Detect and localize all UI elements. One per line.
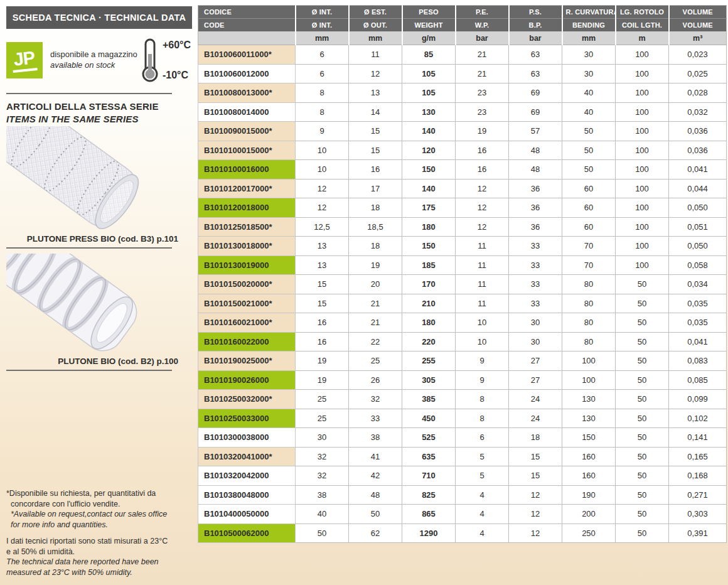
table-row: B1010160021000*1621180103080500,035 bbox=[198, 313, 727, 333]
cell-peso: 255 bbox=[402, 352, 456, 371]
cell-o-int: 32 bbox=[296, 466, 349, 486]
footnotes: *Disponibile su richiesta, per quantitat… bbox=[6, 482, 168, 577]
header-o-est: Ø OUT. bbox=[349, 19, 402, 32]
cell-peso: 130 bbox=[402, 102, 456, 122]
cell-o-int: 10 bbox=[296, 141, 349, 160]
code-cell: B1010400050000 bbox=[198, 505, 296, 524]
code-cell: B1010125018500* bbox=[198, 217, 296, 237]
cell-pe: 8 bbox=[456, 409, 509, 428]
stock-availability-text: disponibile a magazzino available on sto… bbox=[50, 50, 141, 71]
header-codice: CODICE bbox=[198, 6, 296, 19]
unit-codice bbox=[198, 31, 296, 45]
code-cell: B1010320042000 bbox=[198, 466, 296, 486]
header-pe: P.E. bbox=[456, 6, 509, 19]
cell-peso: 1290 bbox=[402, 523, 456, 543]
cell-o-est: 41 bbox=[349, 447, 402, 466]
cell-lg-rotolo: 50 bbox=[616, 505, 669, 524]
cell-ps: 12 bbox=[509, 523, 562, 543]
cell-peso: 185 bbox=[402, 255, 456, 275]
cell-peso: 525 bbox=[402, 428, 456, 448]
cell-ps: 36 bbox=[509, 217, 562, 237]
cell-pe: 4 bbox=[456, 523, 509, 543]
cell-peso: 85 bbox=[402, 45, 456, 65]
table-row: B10103800480003848825412190500,271 bbox=[198, 485, 727, 505]
cell-o-int: 25 bbox=[296, 409, 349, 428]
cell-ps: 15 bbox=[509, 466, 562, 486]
cell-volume: 0,168 bbox=[669, 466, 727, 486]
cell-pe: 11 bbox=[456, 275, 509, 294]
cell-r-curvatura: 130 bbox=[562, 409, 616, 428]
cell-o-int: 6 bbox=[296, 64, 349, 83]
cell-pe: 12 bbox=[456, 198, 509, 218]
cell-lg-rotolo: 100 bbox=[616, 198, 669, 218]
divider bbox=[6, 93, 172, 94]
cell-r-curvatura: 50 bbox=[562, 160, 616, 180]
cell-volume: 0,041 bbox=[669, 332, 727, 352]
header-peso: WEIGHT bbox=[402, 19, 456, 32]
header-lg-rotolo: COIL LGTH. bbox=[616, 19, 669, 32]
table-row: B10101900260001926305927100500,085 bbox=[198, 370, 727, 390]
cell-volume: 0,028 bbox=[669, 83, 727, 103]
cell-pe: 11 bbox=[456, 237, 509, 256]
header-codice: CODE bbox=[198, 19, 296, 32]
cell-pe: 5 bbox=[456, 447, 509, 466]
cell-o-est: 15 bbox=[349, 141, 402, 160]
divider bbox=[6, 247, 172, 249]
sidebar: SCHEDA TECNICA · TECHNICAL DATA JP dispo… bbox=[6, 6, 192, 579]
table-row: B10103200420003242710515160500,168 bbox=[198, 466, 727, 486]
header-o-int: Ø INT. bbox=[296, 19, 349, 32]
cell-o-est: 26 bbox=[349, 370, 402, 390]
stock-text-en: available on stock bbox=[50, 60, 141, 71]
header-lg-rotolo: LG. ROTOLO bbox=[616, 6, 669, 19]
cell-o-est: 18 bbox=[349, 237, 402, 256]
cell-volume: 0,083 bbox=[669, 352, 727, 371]
table-body: B1010060011000*611852163301000,023B10100… bbox=[198, 45, 727, 543]
cell-o-int: 19 bbox=[296, 352, 349, 371]
cell-peso: 140 bbox=[402, 179, 456, 198]
cell-ps: 24 bbox=[509, 409, 562, 428]
code-cell: B1010160022000 bbox=[198, 332, 296, 352]
code-cell: B1010300038000 bbox=[198, 428, 296, 448]
cell-pe: 23 bbox=[456, 83, 509, 103]
cell-lg-rotolo: 50 bbox=[616, 523, 669, 543]
cell-pe: 16 bbox=[456, 141, 509, 160]
cell-r-curvatura: 60 bbox=[562, 217, 616, 237]
cell-pe: 5 bbox=[456, 466, 509, 486]
cell-o-est: 22 bbox=[349, 332, 402, 352]
thermometer-icon bbox=[141, 38, 159, 83]
table-row: B101050006200050621290412250500,391 bbox=[198, 523, 727, 543]
cell-ps: 27 bbox=[509, 370, 562, 390]
table-row: B1010090015000*9151401957501000,036 bbox=[198, 122, 727, 141]
cell-r-curvatura: 200 bbox=[562, 505, 616, 524]
table-row: B10101600220001622220103080500,041 bbox=[198, 332, 727, 352]
header-peso: PESO bbox=[402, 6, 456, 19]
series-heading-it: ARTICOLI DELLA STESSA SERIE bbox=[6, 100, 192, 113]
cell-o-int: 8 bbox=[296, 83, 349, 103]
code-cell: B1010150020000* bbox=[198, 275, 296, 294]
code-cell: B1010250032000* bbox=[198, 390, 296, 409]
cell-lg-rotolo: 100 bbox=[616, 255, 669, 275]
cell-o-est: 12 bbox=[349, 64, 402, 83]
cell-r-curvatura: 70 bbox=[562, 237, 616, 256]
cell-lg-rotolo: 50 bbox=[616, 390, 669, 409]
cell-lg-rotolo: 100 bbox=[616, 83, 669, 103]
table-row: B1010060011000*611852163301000,023 bbox=[198, 45, 727, 65]
cell-volume: 0,391 bbox=[669, 523, 727, 543]
header-ps: P.S. bbox=[509, 6, 562, 19]
cell-volume: 0,058 bbox=[669, 255, 727, 275]
cell-peso: 825 bbox=[402, 485, 456, 505]
code-cell: B1010380048000 bbox=[198, 485, 296, 505]
jp-logo-text: JP bbox=[11, 48, 38, 73]
cell-r-curvatura: 80 bbox=[562, 275, 616, 294]
cell-peso: 305 bbox=[402, 370, 456, 390]
cell-pe: 6 bbox=[456, 428, 509, 448]
cell-ps: 27 bbox=[509, 352, 562, 371]
table-row: B1010100015000*10151201648501000,036 bbox=[198, 141, 727, 160]
cell-o-est: 32 bbox=[349, 390, 402, 409]
cell-ps: 33 bbox=[509, 294, 562, 313]
cell-o-int: 8 bbox=[296, 102, 349, 122]
cell-o-est: 62 bbox=[349, 523, 402, 543]
cell-peso: 105 bbox=[402, 83, 456, 103]
cell-lg-rotolo: 50 bbox=[616, 409, 669, 428]
cell-o-est: 16 bbox=[349, 160, 402, 180]
